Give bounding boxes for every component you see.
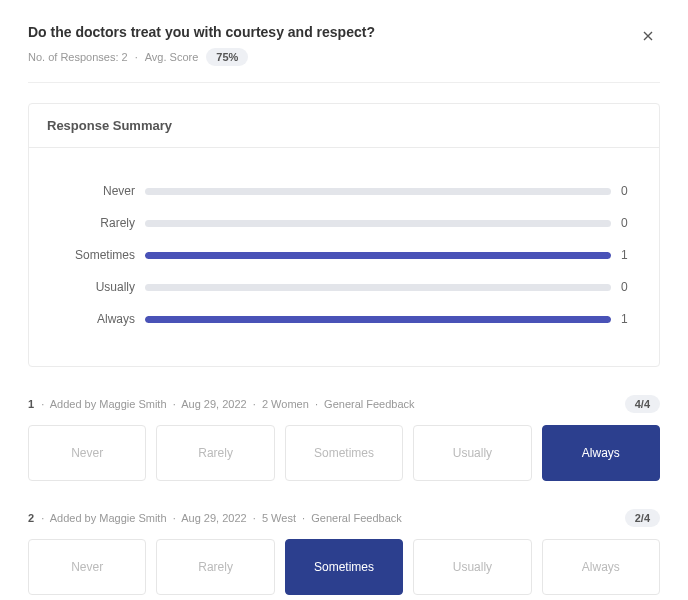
option-sometimes[interactable]: Sometimes xyxy=(285,539,403,595)
summary-bar-row: Sometimes1 xyxy=(51,248,637,262)
close-icon xyxy=(640,28,656,48)
bar-fill xyxy=(145,252,611,259)
modal-header: Do the doctors treat you with courtesy a… xyxy=(28,24,660,83)
bar-count: 1 xyxy=(621,248,637,262)
summary-bar-row: Never0 xyxy=(51,184,637,198)
response-meta: 2 · Added by Maggie Smith · Aug 29, 2022… xyxy=(28,509,660,527)
modal: Do the doctors treat you with courtesy a… xyxy=(0,0,688,600)
question-title: Do the doctors treat you with courtesy a… xyxy=(28,24,636,40)
bar-track xyxy=(145,284,611,291)
responses-list: 1 · Added by Maggie Smith · Aug 29, 2022… xyxy=(28,395,660,595)
response-block: 2 · Added by Maggie Smith · Aug 29, 2022… xyxy=(28,509,660,595)
options-row: NeverRarelySometimesUsuallyAlways xyxy=(28,539,660,595)
option-sometimes[interactable]: Sometimes xyxy=(285,425,403,481)
bar-label: Never xyxy=(51,184,135,198)
bar-fill xyxy=(145,316,611,323)
bar-count: 1 xyxy=(621,312,637,326)
response-meta-text: 1 · Added by Maggie Smith · Aug 29, 2022… xyxy=(28,398,415,410)
bar-count: 0 xyxy=(621,184,637,198)
summary-title: Response Summary xyxy=(29,104,659,148)
bar-label: Sometimes xyxy=(51,248,135,262)
header-content: Do the doctors treat you with courtesy a… xyxy=(28,24,636,66)
summary-bar-row: Rarely0 xyxy=(51,216,637,230)
options-row: NeverRarelySometimesUsuallyAlways xyxy=(28,425,660,481)
bar-track xyxy=(145,252,611,259)
response-meta-text: 2 · Added by Maggie Smith · Aug 29, 2022… xyxy=(28,512,402,524)
option-never[interactable]: Never xyxy=(28,539,146,595)
response-score-badge: 4/4 xyxy=(625,395,660,413)
close-button[interactable] xyxy=(636,24,660,51)
summary-chart: Never0Rarely0Sometimes1Usually0Always1 xyxy=(29,148,659,366)
bar-label: Rarely xyxy=(51,216,135,230)
response-score-badge: 2/4 xyxy=(625,509,660,527)
response-block: 1 · Added by Maggie Smith · Aug 29, 2022… xyxy=(28,395,660,481)
option-usually[interactable]: Usually xyxy=(413,425,531,481)
meta-separator: · xyxy=(135,51,138,63)
bar-label: Always xyxy=(51,312,135,326)
bar-track xyxy=(145,316,611,323)
bar-track xyxy=(145,220,611,227)
option-rarely[interactable]: Rarely xyxy=(156,539,274,595)
option-always[interactable]: Always xyxy=(542,425,660,481)
bar-track xyxy=(145,188,611,195)
avg-score-badge: 75% xyxy=(206,48,248,66)
summary-bar-row: Usually0 xyxy=(51,280,637,294)
response-meta: 1 · Added by Maggie Smith · Aug 29, 2022… xyxy=(28,395,660,413)
bar-label: Usually xyxy=(51,280,135,294)
option-usually[interactable]: Usually xyxy=(413,539,531,595)
response-summary-card: Response Summary Never0Rarely0Sometimes1… xyxy=(28,103,660,367)
bar-count: 0 xyxy=(621,216,637,230)
bar-count: 0 xyxy=(621,280,637,294)
option-never[interactable]: Never xyxy=(28,425,146,481)
avg-score-label: Avg. Score xyxy=(145,51,199,63)
option-always[interactable]: Always xyxy=(542,539,660,595)
header-meta: No. of Responses: 2 · Avg. Score 75% xyxy=(28,48,636,66)
option-rarely[interactable]: Rarely xyxy=(156,425,274,481)
responses-count: No. of Responses: 2 xyxy=(28,51,128,63)
summary-bar-row: Always1 xyxy=(51,312,637,326)
